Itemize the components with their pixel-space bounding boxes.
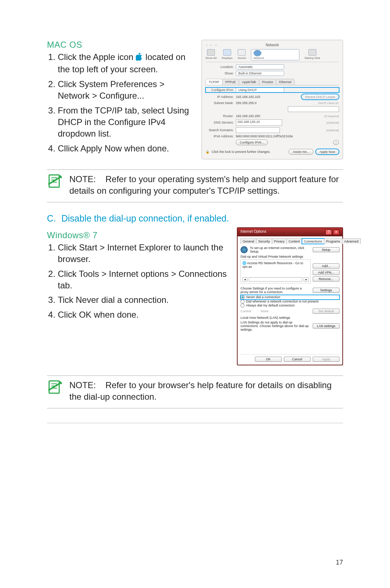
note-body: Refer to your operating system's help an… xyxy=(69,174,339,196)
configure-ipv4-select[interactable]: Using DHCP xyxy=(236,87,284,93)
note-body: Refer to your browser's help feature for… xyxy=(69,380,332,402)
globe-icon xyxy=(240,246,248,253)
mac-network-screenshot: ○ ○ ○Network Show All Displays Sound Net… xyxy=(202,40,343,159)
tab-proxies[interactable]: Proxies xyxy=(259,79,276,85)
radio-always-dial[interactable]: Always dial my default connection xyxy=(240,304,339,308)
ipv6-value: fe80:0000:0000:0000:0211:24ff:fe32:b18e xyxy=(236,134,293,138)
mask-value: 255.255.255.0 xyxy=(236,101,257,105)
wtab-general[interactable]: General xyxy=(240,239,256,244)
dial-entry[interactable]: 🌐 Access RD Network Resources - Go to vp… xyxy=(242,261,309,269)
note-label: NOTE: xyxy=(69,379,105,391)
win-steps: Click Start > Internet Explorer to launc… xyxy=(47,242,230,321)
scroll-right[interactable]: ▸ xyxy=(304,277,309,282)
tb-network[interactable]: Network xyxy=(251,49,299,60)
scroll-left[interactable]: ◂ xyxy=(242,277,247,282)
cancel-button[interactable]: Cancel xyxy=(284,357,311,362)
mac-step-3: From the TCP/IP tab, select Using DHCP i… xyxy=(58,105,194,140)
tb-displays[interactable]: Displays xyxy=(222,49,233,60)
setup-text: To set up an Internet connection, click … xyxy=(250,246,311,253)
lan-group-label: Local Area Network (LAN) settings xyxy=(240,316,339,319)
ip-value: 192.168.182.103 xyxy=(236,95,260,99)
setup-button[interactable]: Setup xyxy=(313,247,339,252)
remove-button[interactable]: Remove... xyxy=(313,276,339,282)
tab-tcpip[interactable]: TCP/IP xyxy=(205,79,222,85)
win-step-3: Tick Never dial a connection. xyxy=(58,294,230,306)
note-dialup: NOTE:Refer to your browser's help featur… xyxy=(47,375,343,408)
wtab-connections[interactable]: Connections xyxy=(302,239,324,244)
search-domains-input[interactable] xyxy=(236,127,280,133)
traffic-lights-icon: ○ ○ ○ xyxy=(205,43,218,47)
set-default-button[interactable]: Set default xyxy=(313,309,339,314)
add-vpn-button[interactable]: Add VPN... xyxy=(313,270,339,275)
note-icon xyxy=(47,379,63,403)
dial-group-label: Dial-up and Virtual Private Network sett… xyxy=(240,255,339,258)
heading-mac-os: MAC OS xyxy=(47,40,194,50)
tb-sound[interactable]: Sound xyxy=(238,49,246,60)
mac-step-2: Click System Preferences > Network > Con… xyxy=(58,78,194,102)
renew-dhcp-button[interactable]: Renew DHCP Lease xyxy=(301,94,339,100)
mac-step-1: Click the Apple icon located on the top … xyxy=(58,51,194,76)
win-title-text: Internet Options xyxy=(240,229,266,235)
apple-icon xyxy=(136,52,143,64)
mac-window-title: Network xyxy=(266,43,279,47)
wtab-privacy[interactable]: Privacy xyxy=(272,239,287,244)
page-number: 17 xyxy=(336,559,343,566)
router-value: 192.168.182.250 xyxy=(236,114,260,118)
wtab-content[interactable]: Content xyxy=(286,239,302,244)
tab-pppoe[interactable]: PPPoE xyxy=(222,79,239,85)
note-icon xyxy=(47,173,63,197)
lock-icon[interactable]: 🔒 xyxy=(205,150,209,154)
heading-section-c: C.Disable the dial-up connection, if ena… xyxy=(47,213,343,224)
help-button[interactable]: ? xyxy=(333,140,339,145)
tb-show-all[interactable]: Show All xyxy=(205,49,217,60)
ok-button[interactable]: OK xyxy=(255,357,282,362)
apply-button[interactable]: Apply xyxy=(313,357,339,362)
tab-appletalk[interactable]: AppleTalk xyxy=(239,79,259,85)
choose-text: Choose Settings if you need to configure… xyxy=(240,287,311,294)
tab-ethernet[interactable]: Ethernet xyxy=(276,79,295,85)
wtab-security[interactable]: Security xyxy=(256,239,272,244)
add-button[interactable]: Add... xyxy=(313,263,339,269)
apply-now-button[interactable]: Apply Now xyxy=(316,149,339,155)
radio-dial-when[interactable]: Dial whenever a network connection is no… xyxy=(240,300,339,304)
win-step-2: Click Tools > Internet options > Connect… xyxy=(58,268,230,292)
wtab-programs[interactable]: Programs xyxy=(324,239,342,244)
assist-button[interactable]: Assist me... xyxy=(289,149,313,155)
settings-button[interactable]: Settings xyxy=(313,288,339,293)
mac-steps: Click the Apple icon located on the top … xyxy=(47,51,194,154)
note-label: NOTE: xyxy=(69,173,105,185)
lan-settings-button[interactable]: LAN settings xyxy=(313,323,339,329)
note-tcpip: NOTE:Refer to your operating system's he… xyxy=(47,169,343,202)
wtab-advanced[interactable]: Advanced xyxy=(342,239,361,244)
dhcp-client-input[interactable] xyxy=(288,106,339,112)
win-internet-options-screenshot: Internet Options ?✕ General Security Pri… xyxy=(237,227,343,365)
lock-text: Click the lock to prevent further change… xyxy=(212,150,270,154)
configure-ipv6-button[interactable]: Configure IPv6... xyxy=(236,140,268,145)
dns-input[interactable]: 192.168.128.10 xyxy=(236,119,282,126)
mac-step-4: Cllick Apply Now when done. xyxy=(58,143,194,154)
lan-text: LAN Settings do not apply to dial-up con… xyxy=(240,321,311,331)
radio-never-dial[interactable]: Never dial a connection xyxy=(240,295,339,300)
location-select[interactable]: Automatic xyxy=(236,64,284,69)
win-step-4: Click OK when done. xyxy=(58,309,230,321)
heading-windows7: Windows® 7 xyxy=(47,230,230,240)
window-controls[interactable]: ?✕ xyxy=(325,229,339,235)
footer-rule xyxy=(47,423,343,423)
tb-startup[interactable]: Startup Disk xyxy=(304,49,320,60)
show-select[interactable]: Built-in Ethernet xyxy=(236,71,284,76)
win-step-1: Click Start > Internet Explorer to launc… xyxy=(58,242,230,265)
